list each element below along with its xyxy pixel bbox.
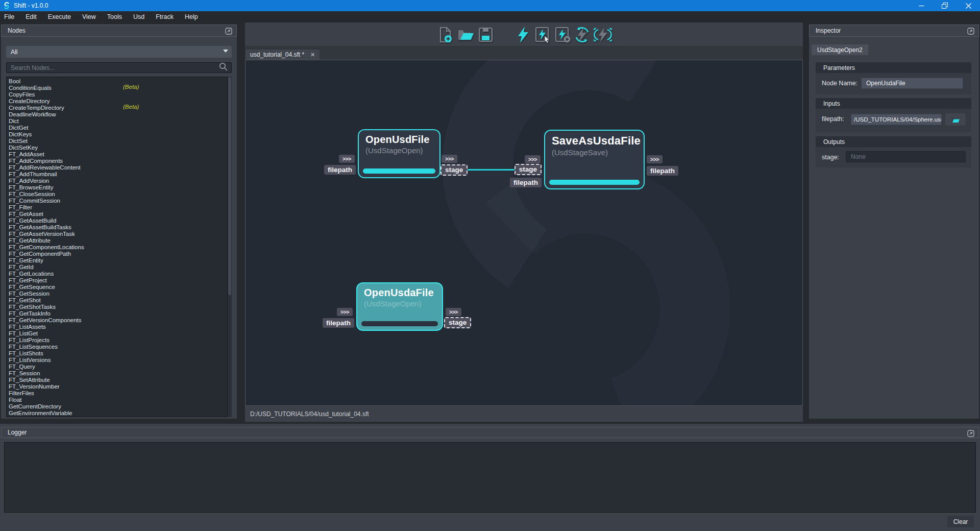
menu-item[interactable]: Execute [48, 13, 78, 20]
node-saveasusdafile[interactable]: SaveAsUsdaFile (UsdStageSave) [544, 130, 645, 189]
list-item[interactable]: FT_ListGet [7, 329, 231, 336]
list-item[interactable]: FT_GetId [7, 263, 231, 270]
minimize-button[interactable] [910, 0, 933, 11]
list-item[interactable]: FT_Filter [7, 203, 231, 210]
flow-in-port[interactable]: >>> [339, 155, 355, 163]
undock-icon[interactable] [225, 28, 232, 35]
list-item[interactable]: CreateTempDirectory (Beta) [7, 104, 231, 110]
clear-button[interactable]: Clear [947, 516, 974, 527]
list-item[interactable]: DictGet [7, 124, 231, 130]
list-item[interactable]: GetEnvironmentVariable [7, 409, 231, 416]
node-filter-dropdown[interactable]: All [6, 46, 232, 58]
menu-item[interactable]: Edit [26, 13, 43, 20]
list-item[interactable]: FT_ListSequences [7, 343, 231, 349]
port-filepath-label[interactable]: filepath [510, 178, 542, 187]
filepath-input[interactable]: /USD_TUTORIALS/04/Sphere.usda [851, 114, 942, 125]
list-item[interactable]: FT_CloseSession [7, 190, 231, 197]
list-item[interactable]: FT_GetAssetVersionTask [7, 230, 231, 236]
undock-icon[interactable] [967, 28, 974, 35]
list-item[interactable]: Float [7, 396, 231, 402]
list-item[interactable]: FT_AddComponents [7, 157, 231, 163]
node-graph-canvas[interactable]: OpenUsdFile (UsdStageOpen) >>> filepath … [245, 60, 803, 406]
execute-selected-icon[interactable] [534, 26, 551, 43]
list-item[interactable]: FT_GetAttribute [7, 236, 231, 243]
search-input[interactable] [7, 64, 219, 71]
list-item[interactable]: DeadlineWorkflow [7, 110, 231, 117]
list-item[interactable]: FT_ListProjects [7, 336, 231, 343]
undock-icon[interactable] [967, 430, 974, 437]
list-item[interactable]: FT_GetLocations [7, 270, 231, 276]
list-item[interactable]: FT_AddReviewableContent [7, 163, 231, 170]
list-item[interactable]: DictSetKey [7, 143, 231, 150]
flow-in-port[interactable]: >>> [337, 308, 353, 316]
restore-button[interactable] [933, 0, 957, 11]
menu-item[interactable]: File [4, 13, 21, 20]
port-filepath-label[interactable]: filepath [647, 166, 678, 176]
list-item[interactable]: FT_VersionNumber [7, 382, 231, 389]
list-item[interactable]: FT_AddAsset [7, 150, 231, 157]
list-item[interactable]: FT_SetAttribute [7, 376, 231, 382]
list-item[interactable]: ConditionEquals (Beta) [7, 84, 231, 90]
node-type-list[interactable]: Bool ConditionEquals (Beta) CopyFiles Cr… [6, 77, 232, 417]
open-file-icon[interactable] [457, 26, 473, 43]
save-file-icon[interactable] [477, 26, 494, 43]
node-openusdafile[interactable]: OpenUsdaFile (UsdStageOpen) [356, 282, 443, 331]
list-item[interactable]: FT_GetShotTasks [7, 303, 231, 309]
list-item[interactable]: FT_ListShots [7, 349, 231, 356]
list-item[interactable]: FT_AddVersion [7, 177, 231, 183]
list-item[interactable]: CopyFiles [7, 90, 231, 97]
port-stage-label[interactable]: stage [440, 164, 468, 176]
list-item[interactable]: Dict [7, 117, 231, 124]
list-item[interactable]: FT_GetProject [7, 276, 231, 283]
flow-out-port[interactable]: >>> [647, 155, 663, 163]
list-item[interactable]: FT_GetTaskInfo [7, 309, 231, 316]
list-item[interactable]: FilterFiles [7, 389, 231, 396]
list-item[interactable]: FT_ListVersions [7, 356, 231, 363]
list-item[interactable]: FT_BrowseEntity [7, 183, 231, 190]
port-stage-label[interactable]: stage [444, 317, 471, 328]
scrollbar-thumb[interactable] [228, 77, 231, 295]
menu-item[interactable]: Usd [133, 13, 151, 20]
list-item[interactable]: FT_GetAssetBuildTasks [7, 223, 231, 230]
list-item[interactable]: DictKeys [7, 130, 231, 137]
execute-icon[interactable] [515, 26, 531, 43]
execute-live-icon[interactable] [594, 26, 610, 43]
node-openusdfile[interactable]: OpenUsdFile (UsdStageOpen) [358, 129, 440, 178]
inspector-tab-usdstageopen2[interactable]: UsdStageOpen2 [812, 44, 868, 55]
title-bar[interactable]: Shift - v1.0.0 [0, 0, 980, 11]
list-item[interactable]: FT_GetShot [7, 296, 231, 303]
flow-out-port[interactable]: >>> [446, 308, 461, 316]
menu-item[interactable]: View [82, 13, 103, 20]
list-item[interactable]: FT_ListAssets [7, 323, 231, 329]
list-item[interactable]: FT_GetVersionComponents [7, 316, 231, 323]
port-filepath-label[interactable]: filepath [324, 165, 356, 175]
node-name-input[interactable]: OpenUsdaFile [861, 78, 963, 89]
new-file-icon[interactable] [437, 26, 454, 43]
port-filepath-label[interactable]: filepath [323, 318, 354, 328]
browse-file-button[interactable] [945, 113, 966, 126]
execute-loop-icon[interactable] [574, 26, 590, 43]
tab-close-icon[interactable]: ✕ [310, 52, 315, 58]
port-stage-label[interactable]: stage [514, 164, 542, 175]
list-item[interactable]: FT_GetComponentLocations [7, 243, 231, 250]
list-item[interactable]: FT_GetComponentPath [7, 250, 231, 256]
execute-from-selected-icon[interactable] [554, 26, 571, 43]
close-button[interactable] [957, 0, 980, 11]
list-item[interactable]: FT_Session [7, 369, 231, 376]
list-item[interactable]: FT_CommitSession [7, 197, 231, 203]
menu-item[interactable]: Help [185, 13, 205, 20]
list-item[interactable]: FT_AddThumbnail [7, 170, 231, 177]
flow-in-port[interactable]: >>> [525, 155, 541, 163]
menu-item[interactable]: Ftrack [156, 13, 180, 20]
list-item[interactable]: Bool [7, 77, 231, 84]
list-item[interactable]: FT_Query [7, 363, 231, 369]
connection-stage-to-stage[interactable] [462, 169, 521, 171]
list-item[interactable]: CreateDirectory [7, 97, 231, 104]
list-item[interactable]: FT_GetEntity [7, 256, 231, 263]
list-item[interactable]: FT_GetAssetBuild [7, 216, 231, 223]
list-item[interactable]: GetCurrentDirectory [7, 402, 231, 409]
list-item[interactable]: FT_GetSession [7, 289, 231, 296]
flow-out-port[interactable]: >>> [442, 155, 457, 163]
list-item[interactable]: FT_GetSequence [7, 283, 231, 289]
menu-item[interactable]: Tools [107, 13, 129, 20]
